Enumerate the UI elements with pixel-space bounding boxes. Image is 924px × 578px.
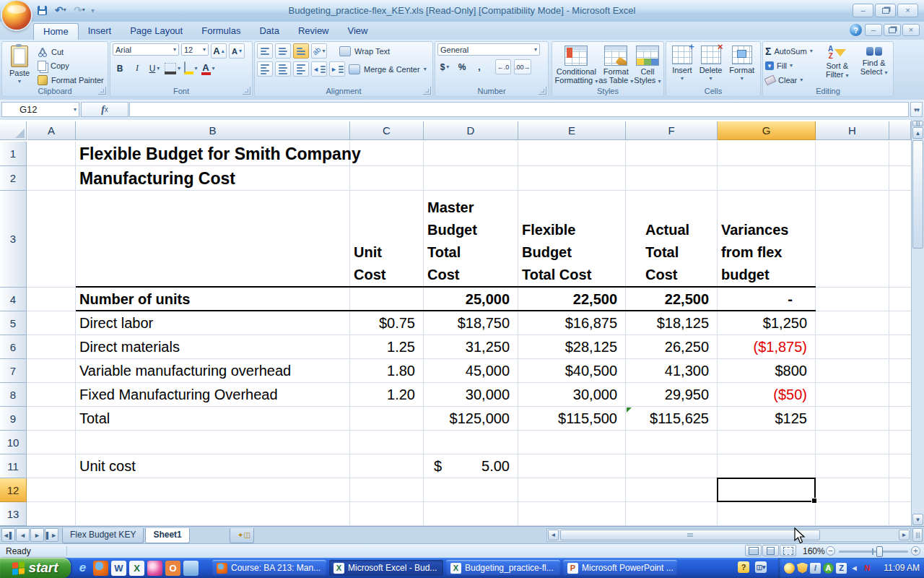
vertical-scrollbar[interactable]: ▲ ▼ bbox=[911, 120, 924, 526]
row-header-11[interactable]: 11 bbox=[0, 454, 27, 478]
column-header-G[interactable]: G bbox=[718, 121, 816, 140]
cell-F4[interactable]: 22,500 bbox=[626, 288, 718, 311]
help-button[interactable]: ? bbox=[850, 24, 862, 36]
clipboard-dialog-launcher[interactable] bbox=[98, 87, 106, 95]
font-dialog-launcher[interactable] bbox=[243, 87, 250, 95]
cell-D3[interactable]: Master Budget Total Cost bbox=[424, 191, 518, 288]
cell-G3[interactable]: Variances from flex budget bbox=[718, 191, 816, 288]
scroll-right-button[interactable]: ► bbox=[899, 530, 910, 540]
taskbar-button-1[interactable]: Course: BA 213: Man... bbox=[212, 560, 326, 576]
font-color-button[interactable]: A▾ bbox=[201, 61, 215, 75]
ribbon-tab-formulas[interactable]: Formulas bbox=[192, 23, 250, 40]
paste-button[interactable]: Paste ▾ bbox=[4, 43, 35, 86]
row-header-13[interactable]: 13 bbox=[0, 502, 27, 526]
accounting-format-button[interactable]: $▾ bbox=[437, 60, 452, 74]
active-cell-selection[interactable] bbox=[717, 478, 816, 502]
comma-style-button[interactable]: , bbox=[472, 60, 487, 74]
conditional-formatting-button[interactable]: Conditional Formatting ▾ bbox=[555, 43, 598, 86]
copy-button[interactable]: Copy bbox=[38, 60, 104, 72]
next-sheet-button[interactable]: ► bbox=[30, 528, 44, 542]
shrink-font-button[interactable]: A▾ bbox=[229, 43, 245, 59]
insert-worksheet-tab[interactable]: ✦◫ bbox=[230, 528, 254, 543]
column-header-C[interactable]: C bbox=[350, 121, 424, 140]
tray-volume-icon[interactable]: ◄ bbox=[849, 563, 860, 574]
format-as-table-button[interactable]: Format as Table ▾ bbox=[598, 43, 633, 86]
bold-button[interactable]: B bbox=[113, 61, 127, 75]
sheet-tab-sheet1[interactable]: Sheet1 bbox=[145, 528, 189, 543]
cell-G7[interactable]: $800 bbox=[718, 359, 816, 383]
row-header-9[interactable]: 9 bbox=[0, 407, 27, 431]
ribbon-tab-insert[interactable]: Insert bbox=[79, 23, 121, 40]
column-header-H[interactable]: H bbox=[816, 121, 889, 140]
ribbon-tab-data[interactable]: Data bbox=[250, 23, 288, 40]
row-header-10[interactable]: 10 bbox=[0, 431, 27, 454]
formula-bar-expand-button[interactable]: ▾▾ bbox=[910, 102, 923, 117]
quick-launch-internet-explorer-icon[interactable]: e bbox=[75, 561, 90, 576]
ribbon-tab-home[interactable]: Home bbox=[33, 23, 79, 40]
ribbon-tab-page-layout[interactable]: Page Layout bbox=[121, 23, 192, 40]
zoom-out-button[interactable]: − bbox=[826, 546, 835, 556]
taskbar-button-4[interactable]: PMicrosoft PowerPoint ... bbox=[563, 560, 677, 576]
align-left-button[interactable] bbox=[257, 61, 273, 77]
insert-cells-button[interactable]: + Insert ▾ bbox=[672, 43, 692, 86]
cell-D9[interactable]: $125,000 bbox=[424, 407, 518, 431]
cell-E4[interactable]: 22,500 bbox=[518, 288, 626, 311]
cell-D5[interactable]: $18,750 bbox=[424, 311, 518, 335]
cell-B1[interactable]: Flexible Budget for Smith Company bbox=[76, 142, 350, 166]
cell-B2[interactable]: Manufacturing Cost bbox=[76, 166, 350, 191]
cell-D7[interactable]: 45,000 bbox=[424, 359, 518, 383]
tray-novell-n-icon[interactable]: N bbox=[862, 563, 873, 574]
cell-D8[interactable]: 30,000 bbox=[424, 383, 518, 407]
sheet-tab-flex-budget-key[interactable]: Flex Budget KEY bbox=[62, 528, 144, 543]
cell-G4[interactable]: - bbox=[718, 288, 816, 311]
scroll-left-button[interactable]: ◄ bbox=[548, 530, 559, 540]
increase-decimal-button[interactable]: ←.0 bbox=[495, 59, 511, 74]
horizontal-scrollbar[interactable]: ◄ ► bbox=[546, 528, 911, 542]
cell-B9[interactable]: Total bbox=[76, 407, 350, 431]
fill-color-button[interactable]: ▾ bbox=[183, 61, 198, 75]
cell-G9[interactable]: $125 bbox=[718, 407, 816, 431]
tray-z-app-icon[interactable]: Z bbox=[836, 563, 847, 574]
tray-antivirus-a-icon[interactable]: A bbox=[823, 563, 834, 574]
row-header-12[interactable]: 12 bbox=[0, 478, 27, 502]
cell-E6[interactable]: $28,125 bbox=[518, 335, 626, 359]
grow-font-button[interactable]: A▴ bbox=[211, 43, 227, 59]
find-select-button[interactable]: Find & Select ▾ bbox=[857, 43, 891, 86]
tab-split-handle[interactable] bbox=[912, 528, 923, 542]
column-header-E[interactable]: E bbox=[518, 121, 626, 140]
wrap-text-button[interactable]: Wrap Text bbox=[339, 44, 390, 58]
help-tray-icon[interactable]: ? bbox=[738, 561, 749, 573]
middle-align-button[interactable] bbox=[275, 43, 291, 59]
alignment-dialog-launcher[interactable] bbox=[423, 87, 431, 95]
orientation-button[interactable]: ab▾ bbox=[311, 43, 327, 59]
column-header-B[interactable]: B bbox=[76, 121, 350, 140]
quick-launch-word-icon[interactable]: W bbox=[111, 561, 126, 576]
cell-B4[interactable]: Number of units bbox=[76, 288, 350, 311]
cell-F7[interactable]: 41,300 bbox=[626, 359, 718, 383]
redo-button[interactable]: ↷▾ bbox=[72, 4, 87, 17]
quick-launch-excel-icon[interactable]: X bbox=[129, 561, 144, 576]
row-header-1[interactable]: 1 bbox=[0, 142, 27, 166]
column-header-A[interactable]: A bbox=[27, 121, 76, 140]
zoom-slider-thumb[interactable] bbox=[876, 546, 883, 557]
align-center-button[interactable] bbox=[275, 61, 291, 77]
select-all-corner[interactable] bbox=[0, 121, 27, 140]
decrease-decimal-button[interactable]: .00→ bbox=[514, 59, 531, 74]
vertical-split-handle[interactable] bbox=[912, 121, 923, 126]
insert-function-button[interactable]: fx bbox=[81, 102, 128, 117]
number-format-combo[interactable]: General ▾ bbox=[437, 43, 540, 56]
tray-security-shield-icon[interactable] bbox=[797, 563, 808, 574]
merge-center-button[interactable]: Merge & Center ▾ bbox=[349, 62, 427, 76]
delete-cells-button[interactable]: × Delete ▾ bbox=[699, 43, 723, 86]
cell-B6[interactable]: Direct materials bbox=[76, 335, 350, 359]
italic-button[interactable]: I bbox=[130, 61, 144, 75]
prev-sheet-button[interactable]: ◄ bbox=[16, 528, 30, 542]
underline-button[interactable]: U▾ bbox=[147, 61, 162, 75]
cell-F9[interactable]: $115,625 bbox=[626, 407, 718, 431]
fill-button[interactable]: ▾ Fill ▾ bbox=[765, 59, 817, 72]
decrease-indent-button[interactable]: ◄ bbox=[311, 61, 327, 77]
page-break-view-button[interactable] bbox=[780, 545, 796, 556]
ribbon-tab-review[interactable]: Review bbox=[289, 23, 339, 40]
cut-button[interactable]: Cut bbox=[38, 46, 104, 58]
close-button[interactable]: × bbox=[897, 4, 918, 17]
